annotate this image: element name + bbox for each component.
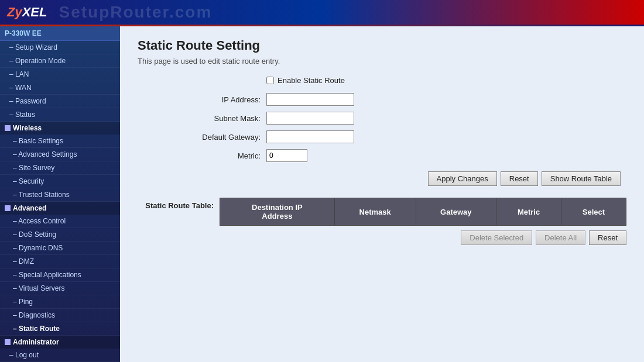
- default-gateway-label: Default Gateway:: [138, 133, 266, 142]
- logo: ZyXEL: [7, 5, 47, 20]
- page-description: This page is used to edit static route e…: [138, 57, 626, 65]
- page-title: Static Route Setting: [138, 38, 626, 53]
- advanced-section-icon: [5, 205, 11, 211]
- sidebar-item-dos-setting[interactable]: – DoS Setting: [0, 228, 120, 242]
- col-netmask: Netmask: [334, 198, 416, 226]
- sidebar-item-status[interactable]: – Status: [0, 108, 120, 122]
- sidebar-item-access-control[interactable]: – Access Control: [0, 215, 120, 228]
- enable-static-route-checkbox[interactable]: [266, 77, 274, 84]
- sidebar-item-diagnostics[interactable]: – Diagnostics: [0, 309, 120, 322]
- action-buttons: Apply Changes Reset Show Route Table: [138, 171, 626, 186]
- sidebar-item-trusted-stations[interactable]: – Trusted Stations: [0, 188, 120, 202]
- sidebar-item-site-survey[interactable]: – Site Survey: [0, 161, 120, 175]
- sidebar: P-330W EE – Setup Wizard – Operation Mod…: [0, 26, 120, 362]
- metric-row: Metric:: [138, 149, 626, 162]
- sidebar-item-log-out[interactable]: – Log out: [0, 349, 120, 362]
- reset-button[interactable]: Reset: [501, 171, 538, 186]
- subnet-mask-label: Subnet Mask:: [138, 114, 266, 123]
- sidebar-section-advanced-label: Advanced: [13, 204, 46, 212]
- sidebar-item-wan[interactable]: – WAN: [0, 81, 120, 95]
- col-select: Select: [561, 198, 626, 226]
- metric-input[interactable]: [266, 149, 307, 162]
- content-inner: Static Route Setting This page is used t…: [120, 26, 644, 362]
- ip-address-row: IP Address:: [138, 93, 626, 106]
- ip-address-input[interactable]: [266, 93, 354, 106]
- sidebar-item-static-route[interactable]: – Static Route: [0, 322, 120, 336]
- subnet-mask-row: Subnet Mask:: [138, 112, 626, 125]
- route-table: Destination IPAddress Netmask Gateway Me…: [220, 198, 626, 226]
- sidebar-item-lan[interactable]: – LAN: [0, 68, 120, 81]
- sidebar-device: P-330W EE: [0, 26, 120, 41]
- sidebar-item-ping[interactable]: – Ping: [0, 295, 120, 309]
- default-gateway-input[interactable]: [266, 130, 354, 143]
- sidebar-item-advanced-settings[interactable]: – Advanced Settings: [0, 148, 120, 161]
- sidebar-item-basic-settings[interactable]: – Basic Settings: [0, 135, 120, 148]
- sidebar-item-operation-mode[interactable]: – Operation Mode: [0, 54, 120, 68]
- sidebar-section-wireless[interactable]: Wireless: [0, 122, 120, 135]
- apply-changes-button[interactable]: Apply Changes: [428, 171, 497, 186]
- col-gateway: Gateway: [416, 198, 496, 226]
- col-destination-ip: Destination IPAddress: [220, 198, 335, 226]
- administrator-section-icon: [5, 339, 11, 345]
- sidebar-item-virtual-servers[interactable]: – Virtual Servers: [0, 282, 120, 295]
- table-section: Static Route Table: Destination IPAddres…: [138, 198, 626, 245]
- header: ZyXEL SetupRouter.com: [0, 0, 644, 25]
- table-label-row: Static Route Table: Destination IPAddres…: [138, 198, 626, 226]
- table-reset-button[interactable]: Reset: [589, 230, 626, 245]
- enable-static-route-label: Enable Static Route: [278, 76, 345, 85]
- sidebar-item-security[interactable]: – Security: [0, 175, 120, 188]
- sidebar-section-advanced[interactable]: Advanced: [0, 202, 120, 215]
- wireless-section-icon: [5, 125, 11, 131]
- enable-static-route-row: Enable Static Route: [138, 76, 626, 85]
- ip-address-label: IP Address:: [138, 95, 266, 104]
- delete-selected-button[interactable]: Delete Selected: [461, 230, 532, 245]
- show-route-table-button[interactable]: Show Route Table: [542, 171, 621, 186]
- sidebar-item-dynamic-dns[interactable]: – Dynamic DNS: [0, 242, 120, 255]
- sidebar-section-wireless-label: Wireless: [13, 124, 42, 132]
- sidebar-item-password[interactable]: – Password: [0, 95, 120, 108]
- subnet-mask-input[interactable]: [266, 112, 354, 125]
- default-gateway-row: Default Gateway:: [138, 130, 626, 143]
- table-label: Static Route Table:: [138, 198, 214, 210]
- main-layout: P-330W EE – Setup Wizard – Operation Mod…: [0, 26, 644, 362]
- table-buttons: Delete Selected Delete All Reset: [138, 230, 626, 245]
- sidebar-item-special-applications[interactable]: – Special Applications: [0, 268, 120, 282]
- sidebar-item-setup-wizard[interactable]: – Setup Wizard: [0, 41, 120, 54]
- content-area: Static Route Setting This page is used t…: [120, 26, 644, 362]
- sidebar-section-administrator[interactable]: Administrator: [0, 336, 120, 349]
- delete-all-button[interactable]: Delete All: [536, 230, 585, 245]
- watermark: SetupRouter.com: [59, 3, 212, 22]
- sidebar-section-administrator-label: Administrator: [13, 338, 59, 346]
- sidebar-item-dmz[interactable]: – DMZ: [0, 255, 120, 268]
- table-header-row: Destination IPAddress Netmask Gateway Me…: [220, 198, 626, 226]
- col-metric: Metric: [496, 198, 561, 226]
- metric-label: Metric:: [138, 151, 266, 160]
